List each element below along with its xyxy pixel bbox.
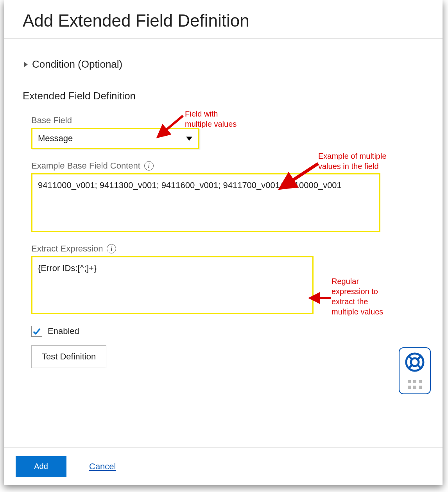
base-field-label-row: Base Field: [31, 115, 424, 126]
extract-expression-label-row: Extract Expression i: [31, 244, 424, 254]
svg-marker-1: [186, 137, 192, 141]
chevron-right-icon: [23, 61, 29, 68]
test-definition-button[interactable]: Test Definition: [31, 345, 106, 368]
condition-label: Condition (Optional): [32, 58, 122, 70]
enabled-label: Enabled: [48, 326, 79, 336]
chevron-down-icon: [186, 135, 193, 142]
svg-line-7: [418, 365, 421, 369]
example-content-label: Example Base Field Content: [31, 161, 140, 171]
info-icon[interactable]: i: [107, 244, 116, 253]
dialog-title: Add Extended Field Definition: [23, 11, 424, 31]
extract-expression-textarea[interactable]: {Error IDs:[^;]+}: [31, 256, 314, 314]
info-icon[interactable]: i: [144, 161, 154, 171]
life-ring-icon: [405, 352, 425, 372]
add-button[interactable]: Add: [16, 456, 66, 477]
check-icon: [32, 327, 41, 336]
dialog-body: Condition (Optional) Extended Field Defi…: [4, 39, 443, 376]
dialog-header: Add Extended Field Definition: [4, 0, 443, 39]
svg-line-6: [408, 365, 412, 369]
svg-line-5: [418, 356, 421, 359]
svg-marker-0: [24, 62, 28, 67]
cancel-link[interactable]: Cancel: [89, 461, 116, 472]
dialog-window: Add Extended Field Definition Condition …: [4, 0, 443, 485]
section-title: Extended Field Definition: [23, 90, 424, 102]
help-widget[interactable]: [399, 347, 431, 394]
condition-disclosure[interactable]: Condition (Optional): [23, 58, 424, 70]
example-content-textarea[interactable]: 9411000_v001; 9411300_v001; 9411600_v001…: [31, 173, 380, 232]
base-field-selected-value: Message: [38, 133, 73, 144]
svg-line-4: [408, 356, 412, 359]
svg-point-3: [411, 358, 419, 366]
example-content-group: Example Base Field Content i 9411000_v00…: [31, 161, 424, 232]
extract-expression-group: Extract Expression i {Error IDs:[^;]+}: [31, 244, 424, 314]
enabled-row: Enabled: [31, 326, 424, 337]
dialog-footer: Add Cancel: [4, 447, 443, 485]
example-content-label-row: Example Base Field Content i: [31, 161, 424, 171]
base-field-group: Base Field Message: [31, 115, 424, 149]
base-field-label: Base Field: [31, 115, 72, 126]
enabled-checkbox[interactable]: [31, 326, 42, 337]
base-field-select[interactable]: Message: [31, 128, 199, 149]
drag-handle-icon: [408, 380, 422, 389]
extract-expression-label: Extract Expression: [31, 244, 103, 254]
